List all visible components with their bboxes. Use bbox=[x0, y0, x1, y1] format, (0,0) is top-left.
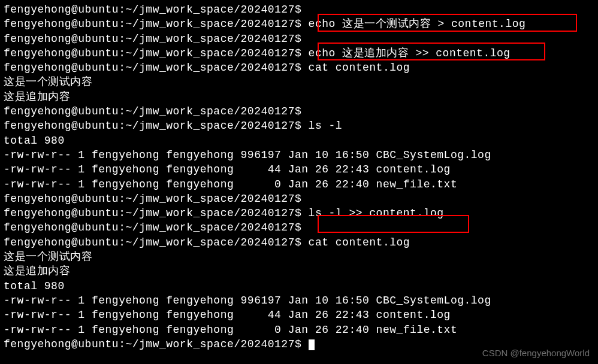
terminal-line: 这是一个测试内容 bbox=[4, 75, 594, 89]
terminal-line: -rw-rw-r-- 1 fengyehong fengyehong 99619… bbox=[4, 293, 594, 308]
terminal-line: -rw-rw-r-- 1 fengyehong fengyehong 0 Jan… bbox=[4, 323, 594, 337]
terminal-line: fengyehong@ubuntu:~/jmw_work_space/20240… bbox=[4, 192, 594, 206]
terminal-line: -rw-rw-r-- 1 fengyehong fengyehong 44 Ja… bbox=[4, 308, 594, 322]
terminal-line: -rw-rw-r-- 1 fengyehong fengyehong 44 Ja… bbox=[4, 162, 594, 177]
terminal-line: fengyehong@ubuntu:~/jmw_work_space/20240… bbox=[4, 119, 594, 133]
terminal-line: fengyehong@ubuntu:~/jmw_work_space/20240… bbox=[4, 17, 594, 31]
terminal-line: 这是追加内容 bbox=[4, 264, 594, 278]
terminal-line: -rw-rw-r-- 1 fengyehong fengyehong 0 Jan… bbox=[4, 177, 594, 192]
terminal-prompt: fengyehong@ubuntu:~/jmw_work_space/20240… bbox=[4, 338, 309, 350]
terminal-line: total 980 bbox=[4, 279, 594, 293]
terminal-line: fengyehong@ubuntu:~/jmw_work_space/20240… bbox=[4, 235, 594, 250]
terminal-line: fengyehong@ubuntu:~/jmw_work_space/20240… bbox=[4, 60, 594, 75]
terminal-line: fengyehong@ubuntu:~/jmw_work_space/20240… bbox=[4, 32, 594, 46]
terminal-line: -rw-rw-r-- 1 fengyehong fengyehong 99619… bbox=[4, 148, 594, 162]
terminal-line: 这是一个测试内容 bbox=[4, 250, 594, 264]
terminal-output[interactable]: fengyehong@ubuntu:~/jmw_work_space/20240… bbox=[4, 2, 594, 351]
watermark-text: CSDN @fengyehongWorld bbox=[482, 347, 590, 359]
terminal-line: 这是追加内容 bbox=[4, 90, 594, 104]
terminal-line: total 980 bbox=[4, 134, 594, 148]
terminal-line: fengyehong@ubuntu:~/jmw_work_space/20240… bbox=[4, 206, 594, 220]
terminal-line: fengyehong@ubuntu:~/jmw_work_space/20240… bbox=[4, 46, 594, 60]
terminal-line: fengyehong@ubuntu:~/jmw_work_space/20240… bbox=[4, 104, 594, 119]
terminal-line: fengyehong@ubuntu:~/jmw_work_space/20240… bbox=[4, 220, 594, 235]
terminal-line: fengyehong@ubuntu:~/jmw_work_space/20240… bbox=[4, 2, 594, 17]
cursor-icon bbox=[309, 339, 315, 350]
